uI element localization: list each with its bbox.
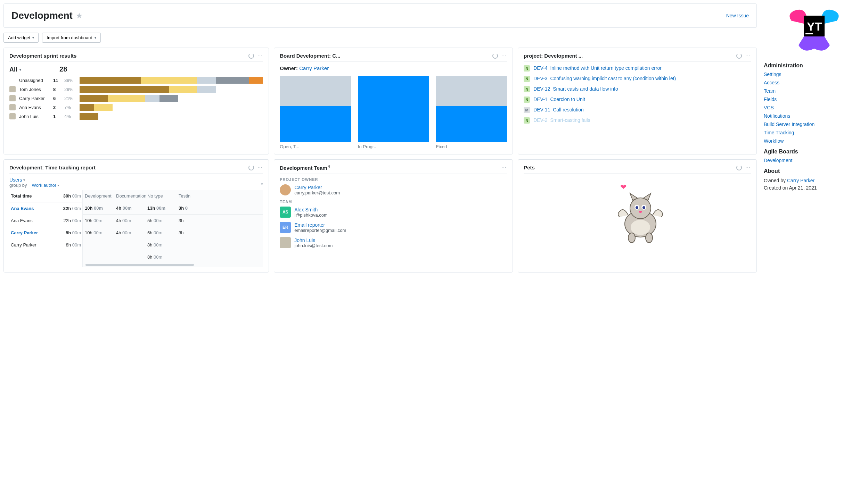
refresh-icon[interactable] [248, 165, 254, 170]
tt-row[interactable]: Ana Evans22h 00m [9, 215, 82, 227]
issue-item[interactable]: NDEV-4 Inline method with Unit return ty… [524, 65, 751, 72]
svg-point-6 [636, 206, 638, 209]
team-member[interactable]: John Luisjohn.luis@test.com [280, 237, 507, 248]
page-title: Development [11, 10, 73, 21]
priority-tag: M [524, 107, 530, 113]
avatar: ER [280, 222, 291, 233]
avatar: AS [280, 207, 291, 218]
admin-link[interactable]: Settings [764, 72, 865, 77]
total-time-label: Total time [11, 193, 63, 199]
col-header: Documentation [114, 190, 145, 202]
sprint-filter[interactable]: All ▾ [9, 66, 21, 73]
more-icon[interactable]: ⋯ [257, 53, 263, 59]
toolbar: Add widget ▾ Import from dashboard ▾ [3, 33, 757, 43]
priority-tag: N [524, 97, 530, 103]
widget-title: Development: Time tracking report [9, 165, 96, 170]
more-icon[interactable]: ⋯ [501, 53, 507, 59]
owner-label: Owner: [280, 65, 298, 71]
avatar [280, 184, 291, 195]
section-label: PROJECT OWNER [280, 177, 507, 182]
widget-pets: Pets ⋯ ❤ [518, 159, 757, 273]
new-issue-link[interactable]: New Issue [726, 13, 749, 18]
team-member[interactable]: Carry Parker carry.parker@test.com [280, 184, 507, 195]
widget-sprint-results: Development sprint results ⋯ All ▾ 28 Un… [3, 48, 269, 154]
admin-link[interactable]: Build Server Integration [764, 122, 865, 127]
col-header: Testin [177, 190, 208, 202]
sprint-total: 28 [59, 65, 67, 73]
refresh-icon[interactable] [736, 165, 742, 170]
users-dropdown[interactable]: Users▾ [9, 177, 25, 183]
issue-item[interactable]: NDEV-2 Smart-casting fails [524, 117, 751, 124]
work-author-dropdown[interactable]: Work author▾ [32, 183, 59, 188]
svg-rect-14 [805, 33, 813, 34]
sprint-bar [80, 86, 263, 93]
more-icon[interactable]: ⋯ [501, 165, 507, 170]
more-icon[interactable]: ⋯ [745, 165, 751, 170]
admin-link[interactable]: Notifications [764, 113, 865, 119]
svg-point-1 [631, 220, 650, 235]
more-icon[interactable]: ⋯ [745, 53, 751, 59]
widget-team: Development Team4 ⋯ PROJECT OWNER Carry … [274, 159, 513, 273]
chart-label: Fixed [436, 144, 507, 149]
add-widget-button[interactable]: Add widget ▾ [3, 33, 39, 43]
board-chart [280, 76, 507, 142]
created-date: Created on Apr 21, 2021 [764, 184, 865, 192]
chart-label: Open, T... [280, 144, 351, 149]
sprint-row[interactable]: Unassigned1139% [9, 77, 263, 84]
expand-icon[interactable]: » [261, 181, 263, 186]
col-header: No type [145, 190, 177, 202]
tt-row[interactable]: Carry Parker8h 00m [9, 239, 82, 251]
section-label: TEAM [280, 200, 507, 204]
admin-link[interactable]: VCS [764, 105, 865, 110]
agile-heading: Agile Boards [764, 149, 865, 155]
agile-board-link[interactable]: Development [764, 158, 865, 163]
admin-link[interactable]: Time Tracking [764, 130, 865, 135]
admin-link[interactable]: Team [764, 88, 865, 94]
admin-link[interactable]: Fields [764, 97, 865, 102]
sprint-row[interactable]: Tom Jones829% [9, 86, 263, 93]
widget-board-dev: Board Development: C... ⋯ Owner: Carry P… [274, 48, 513, 154]
more-icon[interactable]: ⋯ [257, 165, 263, 170]
owner-link[interactable]: Carry Parker [299, 65, 329, 71]
priority-tag: N [524, 76, 530, 82]
priority-tag: N [524, 86, 530, 92]
admin-link[interactable]: Access [764, 80, 865, 85]
import-dashboard-button[interactable]: Import from dashboard ▾ [42, 33, 101, 43]
refresh-icon[interactable] [248, 53, 254, 59]
issue-item[interactable]: NDEV-1 Coercion to Unit [524, 97, 751, 103]
widget-title: Development Team [280, 165, 327, 171]
tt-data-row: 10h 00m4h 00m5h 00m3h [83, 215, 263, 227]
sprint-bar [80, 95, 263, 102]
pet-image: ❤ [524, 177, 751, 257]
refresh-icon[interactable] [736, 53, 742, 59]
issue-item[interactable]: NDEV-12 Smart casts and data flow info [524, 86, 751, 92]
sprint-row[interactable]: Ana Evans27% [9, 104, 263, 111]
chart-label: In Progr... [358, 144, 429, 149]
admin-link[interactable]: Workflow [764, 138, 865, 144]
team-member[interactable]: ASAlex Smithl@pishkova.com [280, 207, 507, 218]
issue-item[interactable]: NDEV-3 Confusing warning implicit cast t… [524, 76, 751, 82]
refresh-icon[interactable] [492, 53, 498, 59]
team-member[interactable]: EREmail reporteremailreporter@gmail.com [280, 222, 507, 233]
yt-logo: YT [764, 7, 865, 52]
admin-heading: Administration [764, 62, 865, 69]
svg-text:YT: YT [807, 20, 822, 33]
sidebar: YT Administration SettingsAccessTeamFiel… [764, 3, 865, 273]
page-header: Development ★ New Issue [3, 3, 757, 28]
tt-row[interactable]: Ana Evans22h 00m [9, 202, 82, 215]
sprint-row[interactable]: John Luis14% [9, 113, 263, 120]
chevron-down-icon: ▾ [95, 36, 96, 40]
avatar [9, 95, 16, 101]
col-header: Development [83, 190, 114, 202]
widget-title: Board Development: C... [280, 53, 340, 59]
sprint-row[interactable]: Carry Parker621% [9, 95, 263, 102]
tt-data-row: 8h 00m [83, 251, 263, 263]
widget-title: Development sprint results [9, 53, 76, 59]
owner-link[interactable]: Carry Parker [787, 178, 814, 183]
priority-tag: N [524, 65, 530, 72]
issue-item[interactable]: MDEV-11 Call resolution [524, 107, 751, 113]
avatar [9, 104, 16, 110]
star-icon[interactable]: ★ [76, 11, 82, 20]
avatar [280, 237, 291, 248]
tt-row[interactable]: Carry Parker8h 00m [9, 227, 82, 239]
